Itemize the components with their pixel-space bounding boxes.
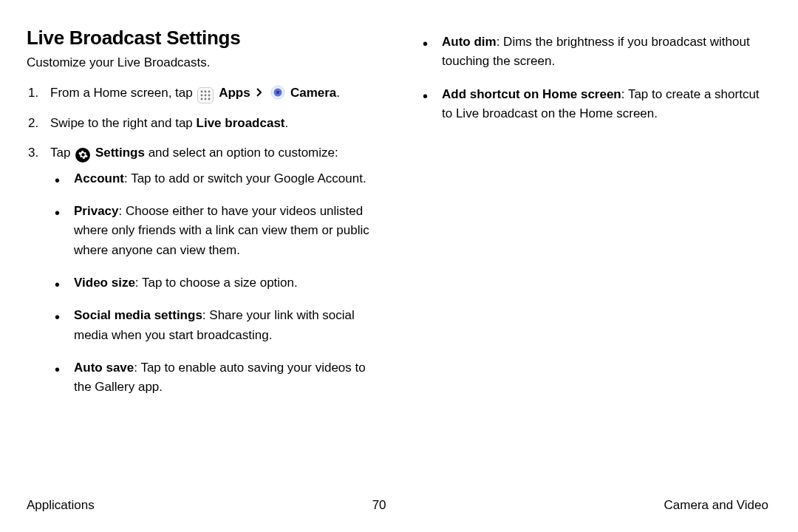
gear-icon: [75, 148, 90, 163]
bullet-text: : Choose either to have your videos unli…: [74, 204, 369, 257]
bullet-social-media: Social media settings: Share your link w…: [50, 306, 380, 345]
options-list-right: Auto dim: Dims the brightness if you bro…: [415, 33, 768, 123]
step-3-c: and select an option to customize:: [145, 146, 338, 160]
step-2-c: .: [285, 116, 289, 130]
svg-point-11: [276, 91, 279, 94]
page-title: Live Broadcast Settings: [27, 27, 380, 50]
step-1-apps-label: Apps: [219, 86, 250, 100]
step-3: Tap Settings and select an option to cus…: [27, 143, 380, 397]
step-2: Swipe to the right and tap Live broadcas…: [27, 114, 380, 133]
apps-icon: [197, 87, 214, 103]
bullet-label: Video size: [74, 276, 135, 290]
bullet-auto-save: Auto save: Tap to enable auto saving you…: [50, 358, 380, 398]
bullet-auto-dim: Auto dim: Dims the brightness if you bro…: [415, 33, 768, 72]
bullet-video-size: Video size: Tap to choose a size option.: [50, 273, 380, 293]
svg-point-3: [201, 95, 203, 97]
chevron-right-icon: [256, 83, 262, 103]
bullet-add-shortcut: Add shortcut on Home screen: Tap to crea…: [415, 85, 768, 124]
bullet-label: Social media settings: [74, 308, 202, 322]
bullet-label: Auto save: [74, 361, 134, 375]
svg-point-4: [205, 95, 207, 97]
svg-point-7: [205, 98, 207, 100]
bullet-text: : Tap to choose a size option.: [135, 276, 298, 290]
svg-point-5: [208, 95, 211, 97]
svg-point-2: [208, 91, 211, 93]
bullet-label: Account: [74, 171, 124, 185]
footer-page-number: 70: [372, 498, 386, 513]
svg-point-8: [208, 98, 211, 100]
step-3-b: Settings: [95, 146, 145, 160]
step-1: From a Home screen, tap Apps: [27, 83, 380, 103]
page-subtitle: Customize your Live Broadcasts.: [27, 55, 380, 70]
options-list-left: Account: Tap to add or switch your Googl…: [50, 169, 380, 398]
svg-point-1: [205, 91, 207, 93]
svg-point-6: [201, 98, 203, 100]
step-1-end: .: [336, 86, 340, 100]
bullet-label: Privacy: [74, 204, 119, 218]
step-3-a: Tap: [50, 146, 74, 160]
svg-point-0: [201, 91, 203, 93]
bullet-account: Account: Tap to add or switch your Googl…: [50, 169, 380, 188]
bullet-text: : Tap to add or switch your Google Accou…: [124, 171, 366, 185]
step-1-camera-label: Camera: [290, 86, 336, 100]
footer-right: Camera and Video: [664, 498, 768, 513]
bullet-label: Auto dim: [442, 35, 497, 49]
step-1-a: From a Home screen, tap: [50, 86, 196, 100]
step-2-a: Swipe to the right and tap: [50, 116, 197, 130]
camera-icon: [270, 85, 285, 100]
bullet-label: Add shortcut on Home screen: [442, 87, 621, 101]
bullet-privacy: Privacy: Choose either to have your vide…: [50, 202, 380, 260]
footer-left: Applications: [27, 498, 95, 513]
step-2-b: Live broadcast: [197, 116, 285, 130]
